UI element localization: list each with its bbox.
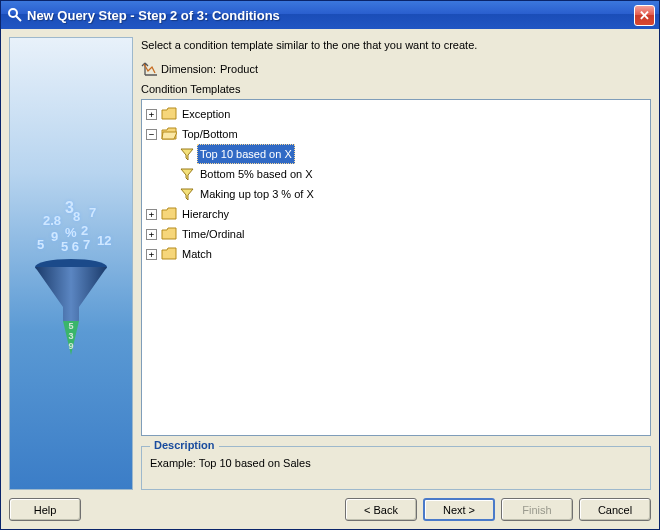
tree-item-makinguptop3[interactable]: + Making up top 3 % of X [164, 184, 646, 204]
cancel-button[interactable]: Cancel [579, 498, 651, 521]
svg-text:5: 5 [68, 321, 73, 331]
dimension-row: Dimension: Product [141, 61, 651, 77]
node-label: Exception [179, 104, 233, 124]
tree-spacer: + [164, 189, 175, 200]
dimension-label: Dimension: [161, 63, 216, 75]
tree-node-timeordinal[interactable]: + Time/Ordinal [146, 224, 646, 244]
wizard-window: New Query Step - Step 2 of 3: Conditions… [0, 0, 660, 530]
tree-node-hierarchy[interactable]: + Hierarchy [146, 204, 646, 224]
close-button[interactable]: ✕ [634, 5, 655, 26]
svg-line-1 [16, 16, 21, 21]
expander-icon[interactable]: − [146, 129, 157, 140]
tree-spacer: + [164, 149, 175, 160]
node-label: Top/Bottom [179, 124, 241, 144]
folder-icon [161, 106, 177, 122]
filter-icon [179, 166, 195, 182]
svg-point-0 [9, 9, 17, 17]
node-label: Time/Ordinal [179, 224, 248, 244]
tree-node-topbottom[interactable]: − Top/Bottom [146, 124, 646, 144]
button-bar: Help < Back Next > Finish Cancel [9, 490, 651, 521]
node-label: Making up top 3 % of X [197, 184, 317, 204]
tree-panel: + Exception − [141, 99, 651, 436]
expander-icon[interactable]: + [146, 209, 157, 220]
help-button[interactable]: Help [9, 498, 81, 521]
expander-icon[interactable]: + [146, 249, 157, 260]
tree-node-match[interactable]: + Match [146, 244, 646, 264]
node-label: Match [179, 244, 215, 264]
condition-tree: + Exception − [146, 104, 646, 264]
folder-icon [161, 246, 177, 262]
right-pane: Select a condition template similar to t… [141, 37, 651, 490]
description-text: Example: Top 10 based on Sales [150, 457, 311, 469]
expander-icon[interactable]: + [146, 109, 157, 120]
node-label: Bottom 5% based on X [197, 164, 316, 184]
description-legend: Description [150, 439, 219, 451]
node-label: Top 10 based on X [197, 144, 295, 164]
main-area: 3 2.8 8 7 9 % 2 5 5 6 7 12 [9, 37, 651, 490]
back-button[interactable]: < Back [345, 498, 417, 521]
tree-item-top10[interactable]: + Top 10 based on X [164, 144, 646, 164]
folder-icon [161, 206, 177, 222]
dimension-value: Product [220, 63, 258, 75]
filter-icon [179, 186, 195, 202]
svg-text:9: 9 [68, 341, 73, 351]
dimension-icon [141, 61, 157, 77]
folder-icon [161, 226, 177, 242]
next-button[interactable]: Next > [423, 498, 495, 521]
tree-item-bottom5[interactable]: + Bottom 5% based on X [164, 164, 646, 184]
titlebar: New Query Step - Step 2 of 3: Conditions… [1, 1, 659, 29]
instruction-text: Select a condition template similar to t… [141, 37, 651, 57]
window-title: New Query Step - Step 2 of 3: Conditions [27, 8, 634, 23]
finish-button: Finish [501, 498, 573, 521]
templates-label: Condition Templates [141, 83, 651, 95]
node-label: Hierarchy [179, 204, 232, 224]
app-icon [7, 7, 23, 23]
content-area: 3 2.8 8 7 9 % 2 5 5 6 7 12 [1, 29, 659, 529]
expander-icon[interactable]: + [146, 229, 157, 240]
filter-icon [179, 146, 195, 162]
folder-open-icon [161, 126, 177, 142]
description-box: Description Example: Top 10 based on Sal… [141, 446, 651, 490]
wizard-graphic: 3 2.8 8 7 9 % 2 5 5 6 7 12 [9, 37, 133, 490]
svg-text:3: 3 [68, 331, 73, 341]
tree-node-exception[interactable]: + Exception [146, 104, 646, 124]
tree-spacer: + [164, 169, 175, 180]
